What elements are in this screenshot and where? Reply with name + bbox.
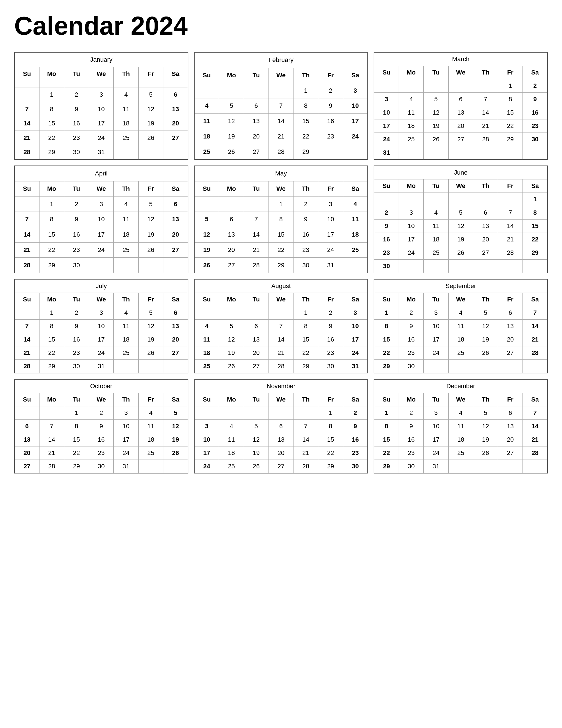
calendar-day: 29 [318, 460, 343, 473]
day-header-fr: Fr [318, 393, 343, 406]
day-header-sa: Sa [163, 181, 188, 197]
calendar-day: 4 [114, 88, 138, 102]
calendar-day: 18 [138, 433, 163, 446]
calendar-day: 2 [374, 206, 399, 220]
calendar-day: 17 [89, 116, 114, 131]
calendar-day: 3 [89, 197, 114, 212]
calendar-day: 7 [14, 102, 39, 116]
calendar-day: 1 [269, 197, 293, 212]
calendar-day: 20 [163, 227, 188, 242]
calendar-day: 28 [269, 144, 293, 160]
calendar-day: 18 [219, 446, 244, 460]
calendar-day: 9 [343, 420, 368, 433]
calendar-day: 28 [244, 258, 269, 273]
calendar-day: 28 [523, 446, 548, 460]
calendar-day [219, 83, 244, 98]
day-header-mo: Mo [399, 293, 424, 306]
calendar-day: 27 [163, 242, 188, 258]
calendar-day: 20 [163, 116, 188, 131]
calendar-day: 10 [399, 220, 424, 233]
calendar-day: 14 [498, 220, 523, 233]
calendar-day [269, 406, 293, 420]
calendar-day [138, 460, 163, 473]
day-header-sa: Sa [343, 68, 368, 83]
day-header-sa: Sa [163, 393, 188, 406]
calendar-day: 11 [219, 433, 244, 446]
day-header-su: Su [194, 393, 219, 406]
calendar-day: 3 [374, 93, 399, 106]
calendar-day: 1 [374, 306, 399, 320]
calendar-day: 3 [89, 88, 114, 102]
calendar-day: 3 [318, 197, 343, 212]
calendar-day: 1 [64, 406, 89, 420]
calendar-day [163, 460, 188, 473]
day-header-mo: Mo [219, 393, 244, 406]
calendar-day: 2 [64, 197, 89, 212]
calendar-day: 18 [424, 233, 448, 246]
day-header-we: We [89, 393, 114, 406]
month-january: JanuarySuMoTuWeThFrSa1234567891011121314… [14, 52, 188, 160]
calendar-day: 26 [219, 360, 244, 373]
calendar-day: 12 [219, 333, 244, 346]
day-header-su: Su [374, 293, 399, 306]
calendar-day: 1 [39, 88, 64, 102]
calendar-day: 25 [114, 131, 138, 145]
day-header-we: We [448, 179, 473, 193]
calendar-day: 22 [293, 346, 318, 360]
calendar-day: 30 [343, 460, 368, 473]
calendar-day [14, 406, 39, 420]
day-header-tu: Tu [64, 67, 89, 81]
calendar-day [194, 197, 219, 212]
day-header-mo: Mo [219, 181, 244, 197]
calendar-day: 9 [374, 220, 399, 233]
calendar-day: 14 [14, 333, 39, 346]
calendar-day: 17 [343, 113, 368, 129]
calendar-day: 19 [424, 119, 448, 133]
calendar-day: 29 [293, 144, 318, 160]
day-header-th: Th [114, 181, 138, 197]
month-title-june: June [374, 166, 548, 179]
calendar-day: 22 [39, 131, 64, 145]
calendar-day: 7 [244, 212, 269, 227]
day-header-sa: Sa [343, 293, 368, 306]
calendar-day: 26 [138, 131, 163, 145]
day-header-fr: Fr [498, 179, 523, 193]
calendar-day: 7 [523, 306, 548, 320]
calendar-day [523, 260, 548, 273]
calendar-day: 7 [498, 206, 523, 220]
calendar-day: 28 [269, 360, 293, 373]
day-header-we: We [269, 393, 293, 406]
calendar-day: 18 [114, 116, 138, 131]
calendar-day: 31 [343, 360, 368, 373]
calendar-day: 18 [194, 129, 219, 144]
calendar-day: 23 [374, 246, 399, 260]
calendar-day: 14 [473, 106, 498, 119]
calendar-day: 4 [114, 306, 138, 320]
calendar-day [399, 79, 424, 93]
calendar-day: 13 [163, 212, 188, 227]
calendar-day: 24 [114, 446, 138, 460]
calendar-day: 10 [343, 320, 368, 333]
calendar-day: 22 [523, 233, 548, 246]
calendar-day: 29 [39, 145, 64, 160]
calendar-day: 16 [343, 433, 368, 446]
day-header-sa: Sa [523, 293, 548, 306]
day-header-su: Su [374, 393, 399, 406]
calendar-day: 5 [138, 88, 163, 102]
calendar-day [138, 360, 163, 373]
calendar-day: 29 [64, 460, 89, 473]
calendar-day: 4 [194, 98, 219, 114]
calendar-day [14, 306, 39, 320]
calendar-day [473, 260, 498, 273]
calendar-day: 29 [39, 258, 64, 273]
calendar-day: 30 [318, 360, 343, 373]
calendar-day [194, 83, 219, 98]
calendar-day: 9 [318, 98, 343, 114]
calendar-day: 6 [473, 206, 498, 220]
calendar-grid: JanuarySuMoTuWeThFrSa1234567891011121314… [14, 52, 548, 473]
calendar-day: 24 [318, 242, 343, 258]
month-september: SeptemberSuMoTuWeThFrSa12345678910111213… [374, 279, 548, 373]
calendar-day: 5 [219, 320, 244, 333]
calendar-day: 14 [269, 333, 293, 346]
calendar-day: 12 [138, 102, 163, 116]
